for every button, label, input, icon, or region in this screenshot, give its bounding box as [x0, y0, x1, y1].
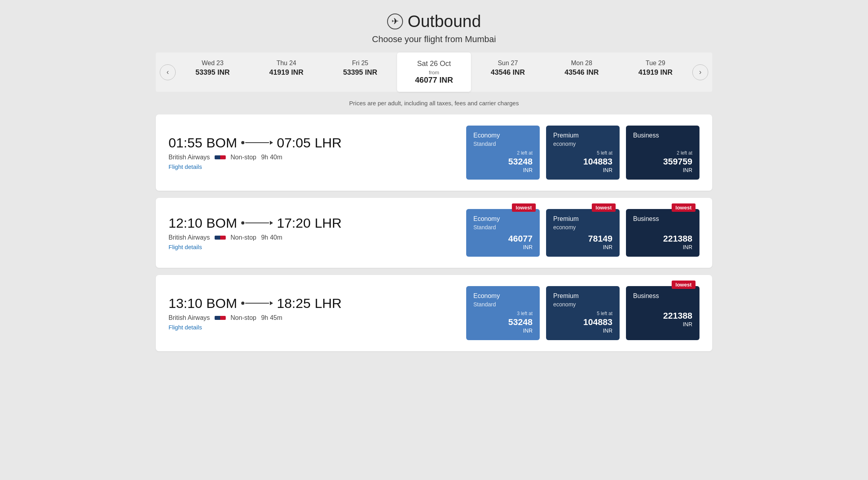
date-label-tue29: Tue 29	[626, 60, 684, 67]
arrive-time-1: 07:05	[277, 135, 311, 151]
date-price-thu24: 41919 INR	[269, 68, 304, 76]
flight-meta-2: British Airways Non-stop 9h 40m	[169, 234, 342, 241]
flight-meta-1: British Airways Non-stop 9h 40m	[169, 154, 342, 161]
arrive-time-3: 18:25	[277, 296, 311, 311]
fare-currency-premium-2: INR	[553, 244, 612, 250]
fare-name2-business-2	[633, 224, 692, 230]
fare-options-2: lowest Economy Standard 46077 INR lowest…	[354, 209, 699, 257]
date-item-tue29[interactable]: Tue 29 41919 INR	[618, 52, 692, 92]
header: ✈ Outbound Choose your flight from Mumba…	[156, 12, 712, 45]
flight-duration-2: 9h 40m	[261, 234, 282, 241]
date-label-mon28: Mon 28	[553, 60, 611, 67]
date-price-tue29: 41919 INR	[638, 68, 672, 76]
fare-card-business-1[interactable]: Business 2 left at 359759 INR	[626, 126, 699, 180]
date-prev-button[interactable]: ‹	[160, 64, 176, 80]
airline-name-2: British Airways	[169, 234, 210, 241]
date-label-sun27: Sun 27	[479, 60, 537, 67]
fare-name-premium-3: Premium	[553, 292, 612, 300]
flight-info-1: 01:55 BOM 07:05 LHR British Airways Non-…	[169, 135, 342, 170]
flight-details-link-1[interactable]: Flight details	[169, 163, 202, 170]
fare-avail-economy-3: 3 left at	[473, 311, 533, 316]
depart-time-3: 13:10	[169, 296, 202, 311]
flight-stops-3: Non-stop	[231, 314, 256, 321]
fare-currency-business-1: INR	[633, 167, 692, 173]
flight-route-2: 12:10 BOM 17:20 LHR	[169, 215, 342, 231]
date-price-fri25: 53395 INR	[343, 68, 377, 76]
flight-duration-3: 9h 45m	[261, 314, 282, 321]
fare-card-business-3[interactable]: lowest Business 221388 INR	[626, 286, 699, 340]
fare-price-economy-3: 53248	[473, 317, 533, 327]
flight-card-2: 12:10 BOM 17:20 LHR British Airways Non-…	[156, 198, 712, 268]
fare-card-economy-1[interactable]: Economy Standard 2 left at 53248 INR	[466, 126, 540, 180]
depart-airport-2: BOM	[206, 215, 237, 231]
fare-currency-business-2: INR	[633, 244, 692, 250]
fare-card-business-2[interactable]: lowest Business 221388 INR	[626, 209, 699, 257]
fare-options-1: Economy Standard 2 left at 53248 INR Pre…	[354, 126, 699, 180]
fare-card-premium-1[interactable]: Premium economy 5 left at 104883 INR	[546, 126, 620, 180]
fare-options-3: Economy Standard 3 left at 53248 INR Pre…	[354, 286, 699, 340]
ba-logo-1	[215, 155, 226, 159]
fare-avail-premium-3: 5 left at	[553, 311, 612, 316]
flight-stops-1: Non-stop	[231, 154, 256, 161]
date-item-fri25[interactable]: Fri 25 53395 INR	[323, 52, 397, 92]
fare-name2-economy-3: Standard	[473, 301, 533, 308]
flight-card-1: 01:55 BOM 07:05 LHR British Airways Non-…	[156, 114, 712, 191]
arrive-time-2: 17:20	[277, 215, 311, 231]
date-item-sun27[interactable]: Sun 27 43546 INR	[471, 52, 545, 92]
fare-name2-business-1	[633, 141, 692, 147]
fare-name-1: Economy	[473, 132, 533, 139]
ba-logo-2	[215, 236, 226, 240]
fare-name2-premium-1: economy	[553, 141, 612, 147]
fare-card-economy-3[interactable]: Economy Standard 3 left at 53248 INR	[466, 286, 540, 340]
flight-info-3: 13:10 BOM 18:25 LHR British Airways Non-…	[169, 296, 342, 331]
lowest-badge-business-2: lowest	[672, 203, 696, 212]
date-from-sat26: from	[405, 70, 463, 75]
fare-avail-business-1: 2 left at	[633, 150, 692, 156]
fare-currency-business-3: INR	[633, 321, 692, 327]
arrive-airport-3: LHR	[315, 296, 342, 311]
fare-price-premium-3: 104883	[553, 317, 612, 327]
fare-price-business-2: 221388	[633, 234, 692, 244]
date-item-thu24[interactable]: Thu 24 41919 INR	[250, 52, 324, 92]
fare-currency-premium-3: INR	[553, 327, 612, 334]
date-item-mon28[interactable]: Mon 28 43546 INR	[545, 52, 619, 92]
arrive-airport-2: LHR	[315, 215, 342, 231]
fare-currency-economy-2: INR	[473, 244, 533, 250]
fare-avail-1: 2 left at	[473, 150, 533, 156]
fare-card-economy-2[interactable]: lowest Economy Standard 46077 INR	[466, 209, 540, 257]
airline-name-3: British Airways	[169, 314, 210, 321]
fare-name-premium-1: Premium	[553, 132, 612, 139]
fare-avail-premium-1: 5 left at	[553, 150, 612, 156]
flight-card-3: 13:10 BOM 18:25 LHR British Airways Non-…	[156, 275, 712, 351]
route-arrow-2	[241, 221, 273, 225]
fare-currency-premium-1: INR	[553, 167, 612, 173]
date-item-sat26[interactable]: Sat 26 Oct from 46077 INR	[397, 52, 471, 92]
fare-name2-economy-2: Standard	[473, 224, 533, 230]
date-label-fri25: Fri 25	[331, 60, 389, 67]
flight-meta-3: British Airways Non-stop 9h 45m	[169, 314, 342, 321]
date-item-wed23[interactable]: Wed 23 53395 INR	[176, 52, 250, 92]
date-selector: ‹ Wed 23 53395 INR Thu 24 41919 INR Fri …	[156, 52, 712, 92]
fare-card-premium-3[interactable]: Premium economy 5 left at 104883 INR	[546, 286, 620, 340]
lowest-badge-premium-2: lowest	[592, 203, 616, 212]
fare-price-premium-2: 78149	[553, 234, 612, 244]
flight-details-link-2[interactable]: Flight details	[169, 244, 202, 250]
date-label-thu24: Thu 24	[258, 60, 316, 67]
date-next-button[interactable]: ›	[692, 64, 708, 80]
fare-price-economy-2: 46077	[473, 234, 533, 244]
fare-name-business-3: Business	[633, 292, 692, 300]
fare-name-premium-2: Premium	[553, 215, 612, 223]
flight-details-link-3[interactable]: Flight details	[169, 324, 202, 331]
date-label-wed23: Wed 23	[184, 60, 242, 67]
fare-card-premium-2[interactable]: lowest Premium economy 78149 INR	[546, 209, 620, 257]
fare-name-business-2: Business	[633, 215, 692, 223]
page-container: ✈ Outbound Choose your flight from Mumba…	[156, 12, 712, 351]
flight-route-3: 13:10 BOM 18:25 LHR	[169, 296, 342, 311]
route-arrow-1	[241, 141, 273, 145]
header-subtitle: Choose your flight from Mumbai	[156, 34, 712, 45]
fare-currency-1: INR	[473, 167, 533, 173]
page-title: ✈ Outbound	[156, 12, 712, 31]
fare-name-business-1: Business	[633, 132, 692, 139]
fare-name2-1: Standard	[473, 141, 533, 147]
fare-price-business-1: 359759	[633, 157, 692, 167]
